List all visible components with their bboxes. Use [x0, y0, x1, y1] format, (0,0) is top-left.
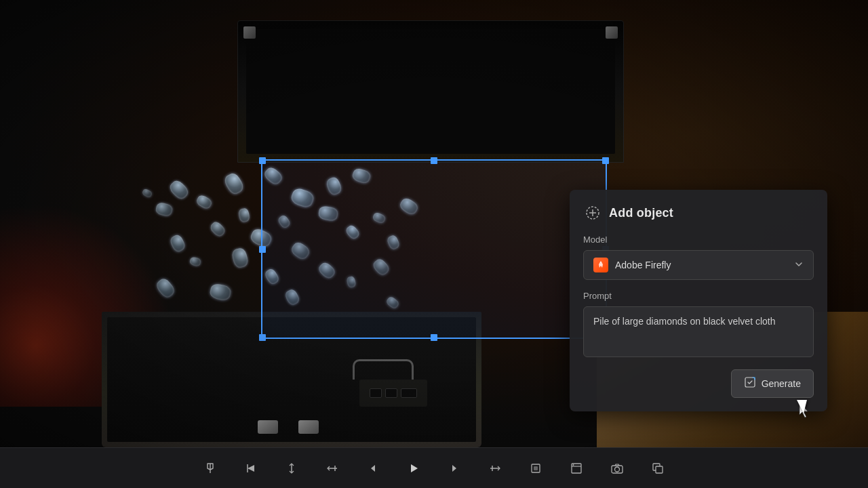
next-frame-button[interactable]	[443, 458, 465, 479]
svg-point-16	[615, 467, 620, 472]
diamonds-pile	[115, 163, 468, 312]
generate-icon	[744, 376, 756, 391]
camera-button[interactable]	[606, 458, 628, 479]
model-dropdown-left: Adobe Firefly	[593, 258, 671, 272]
play-button[interactable]	[403, 458, 425, 479]
briefcase-handle	[353, 359, 414, 380]
bottom-toolbar	[0, 447, 868, 488]
panel-title: Add object	[609, 206, 673, 220]
panel-footer: Generate	[583, 369, 814, 398]
expand-right-button[interactable]	[484, 458, 506, 479]
firefly-logo	[593, 258, 608, 272]
briefcase-body	[102, 312, 481, 447]
generate-button[interactable]: Generate	[731, 369, 814, 398]
model-label: Model	[583, 235, 814, 245]
svg-rect-18	[656, 466, 663, 473]
marker-tool-button[interactable]	[199, 458, 221, 479]
add-object-panel: Add object Model Adobe Firefly Pro	[570, 190, 827, 411]
fit-window-button[interactable]	[566, 458, 587, 479]
briefcase-lid	[237, 20, 624, 163]
model-name: Adobe Firefly	[615, 260, 671, 270]
chevron-down-icon	[794, 260, 804, 271]
canvas-area: Add object Model Adobe Firefly Pro	[0, 0, 868, 447]
fit-frame-button[interactable]	[525, 458, 547, 479]
svg-rect-11	[534, 466, 538, 470]
model-dropdown[interactable]: Adobe Firefly	[583, 250, 814, 280]
generate-label: Generate	[762, 378, 801, 389]
briefcase-ports	[359, 380, 427, 407]
prompt-input[interactable]	[583, 306, 814, 357]
trim-start-button[interactable]	[240, 458, 262, 479]
svg-point-14	[573, 464, 574, 466]
export-button[interactable]	[647, 458, 669, 479]
prompt-label: Prompt	[583, 291, 814, 301]
vertical-tool-button[interactable]	[281, 458, 302, 479]
prev-frame-button[interactable]	[362, 458, 384, 479]
panel-header: Add object	[583, 203, 814, 222]
add-object-icon	[583, 203, 602, 222]
svg-rect-3	[745, 378, 755, 387]
expand-left-button[interactable]	[321, 458, 343, 479]
